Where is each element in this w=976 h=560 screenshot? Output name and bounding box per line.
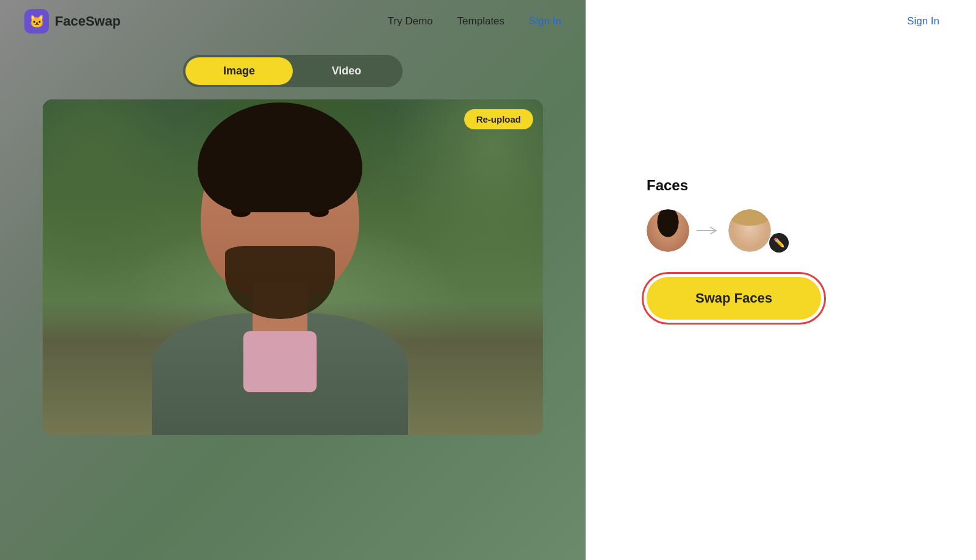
edit-icon: ✏️ [773,237,785,248]
header-left: 🐱 FaceSwap Try Demo Templates Sign In [0,0,586,43]
nav-sign-in[interactable]: Sign In [529,15,561,27]
faces-section: Faces ✏️ Swa [610,177,952,320]
target-face-image [728,209,771,252]
person-shirt [243,331,317,392]
person-beard [225,246,335,319]
left-panel: 🐱 FaceSwap Try Demo Templates Sign In Im… [0,0,586,560]
main-photo: Re-upload [43,99,543,435]
edit-badge[interactable]: ✏️ [769,233,789,253]
header-right: Sign In [610,0,952,43]
arrow-icon [697,224,721,237]
logo-area: 🐱 FaceSwap [24,9,121,34]
faces-row: ✏️ [647,209,952,253]
mode-toggle: Image Video [183,55,403,87]
target-face-avatar[interactable] [728,209,771,252]
swap-faces-button-wrapper: Swap Faces [647,277,821,320]
faces-title: Faces [647,177,952,194]
right-panel: Sign In Faces ✏️ [586,0,976,560]
swap-faces-button[interactable]: Swap Faces [647,277,821,320]
right-sign-in[interactable]: Sign In [907,15,939,27]
nav-try-demo[interactable]: Try Demo [388,15,433,27]
image-toggle-button[interactable]: Image [185,57,293,85]
main-image-area: Re-upload [43,99,543,435]
nav-links: Try Demo Templates Sign In [388,15,561,27]
source-face-image [647,209,689,252]
person-figure [152,99,408,435]
logo-icon: 🐱 [24,9,49,34]
source-face-avatar[interactable] [647,209,689,252]
video-toggle-button[interactable]: Video [293,57,400,85]
reupload-button[interactable]: Re-upload [464,109,533,129]
logo-emoji: 🐱 [29,14,45,29]
logo-text: FaceSwap [55,13,121,29]
nav-templates[interactable]: Templates [458,15,504,27]
person-hair [198,102,362,212]
